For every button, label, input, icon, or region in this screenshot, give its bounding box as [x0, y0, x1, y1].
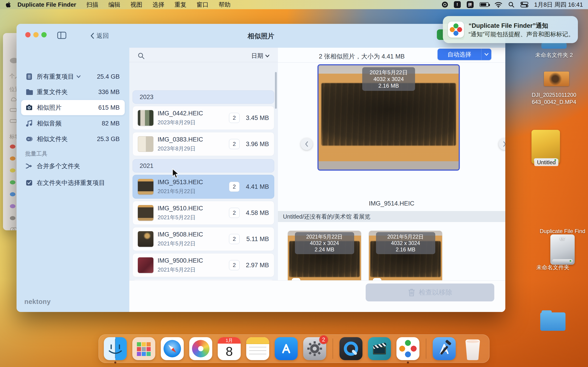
desktop-video-file-label[interactable]: DJI_20251011200643_0042_D.MP4	[531, 91, 577, 106]
group-header-2021[interactable]: 2021	[132, 159, 274, 173]
chevron-down-icon[interactable]	[76, 75, 81, 78]
file-name: IMG_0383.HEIC	[157, 136, 203, 143]
auto-select-button[interactable]: 自动选择	[438, 49, 491, 60]
screen-record-status-icon[interactable]	[442, 2, 448, 8]
desktop-video-file-icon[interactable]	[544, 72, 569, 86]
dock-system-settings[interactable]: 2	[303, 337, 326, 360]
file-size: 5.11 MB	[240, 236, 269, 243]
search-icon[interactable]	[138, 52, 145, 60]
list-item-img-0383[interactable]: IMG_0383.HEIC2023年8月29日 2 3.96 MB	[132, 132, 274, 156]
sidebar-item-all-duplicates[interactable]: 所有重复项目 25.4 GB	[21, 69, 125, 84]
duplicates-list-panel: 日期 2023 IMG_0442.HEIC2023年8月29日 2 3.45 M…	[129, 48, 278, 312]
tag-gray[interactable]	[10, 216, 15, 220]
desktop-folder-2-label[interactable]: 未命名文件夹 2	[531, 51, 577, 58]
alert-status-icon[interactable]: !	[454, 1, 461, 8]
dock-divider	[426, 339, 426, 359]
duplicate-count-badge: 2	[229, 113, 240, 123]
background-finder-window[interactable]: 个人 位置 标签	[3, 33, 17, 230]
menu-select[interactable]: 选择	[153, 1, 164, 9]
menu-window[interactable]: 窗口	[197, 1, 208, 9]
input-method-icon[interactable]: 拼	[467, 1, 474, 8]
list-scrollbar[interactable]	[275, 72, 277, 109]
file-name: IMG_0442.HEIC	[157, 110, 203, 117]
photo-size: 2.16 MB	[378, 246, 433, 253]
file-name: IMG_9508.HEIC	[157, 231, 203, 238]
dock-quicktime[interactable]	[339, 337, 363, 360]
control-center-icon[interactable]	[520, 2, 528, 8]
tag-green[interactable]	[10, 180, 15, 184]
menu-app-name[interactable]: Duplicate File Finder	[17, 1, 76, 8]
preview-file-name: IMG_9514.HEIC	[278, 200, 505, 207]
sort-dropdown[interactable]: 日期	[251, 52, 270, 60]
list-icon	[25, 73, 33, 81]
sidebar-item-similar-photos[interactable]: 相似照片 615 MB	[21, 100, 125, 115]
sidebar-tool-select-duplicates-in-folder[interactable]: 在文件夹中选择重复项目	[21, 175, 125, 190]
dock-notes[interactable]	[246, 337, 269, 360]
disk-icon	[10, 119, 17, 123]
review-and-remove-button[interactable]: 检查以移除	[366, 284, 494, 301]
apple-menu-icon[interactable]	[6, 1, 11, 8]
list-item-img-9510[interactable]: IMG_9510.HEIC2021年5月22日 2 4.58 MB	[132, 201, 274, 225]
tag-red[interactable]	[10, 144, 15, 149]
list-item-img-9513-selected[interactable]: IMG_9513.HEIC2021年5月22日 2 4.41 MB	[132, 175, 274, 199]
menu-view[interactable]: 视图	[130, 1, 142, 9]
sidebar-item-label: 在文件夹中选择重复项目	[37, 179, 105, 187]
photo-size: 2.24 MB	[297, 246, 352, 253]
menu-edit[interactable]: 编辑	[108, 1, 120, 9]
dock-photos[interactable]	[189, 337, 212, 360]
chevron-down-icon	[265, 54, 270, 58]
menu-scan[interactable]: 扫描	[86, 1, 98, 9]
detail-panel: 2 张相似照片，大小为 4.41 MB 自动选择 2021年5月22日 4032…	[278, 48, 505, 312]
dock-xcode[interactable]	[433, 337, 456, 360]
list-item-img-0442[interactable]: IMG_0442.HEIC2023年8月29日 2 3.45 MB	[132, 106, 274, 130]
menu-help[interactable]: 帮助	[219, 1, 231, 9]
wifi-icon[interactable]	[495, 2, 502, 8]
sidebar-tool-merge-folders[interactable]: 合并多个文件夹	[21, 159, 125, 173]
desktop-folder-2-icon[interactable]	[541, 43, 567, 49]
prev-group-button[interactable]	[301, 138, 313, 150]
dock-calendar[interactable]: 1月 8	[218, 337, 241, 360]
tag-blue[interactable]	[10, 192, 15, 196]
tag-orange[interactable]	[10, 156, 15, 161]
file-name: IMG_9510.HEIC	[157, 205, 203, 212]
sidebar-item-similar-audio[interactable]: 相似音频 82 MB	[21, 116, 125, 131]
dock-video-editor[interactable]	[368, 337, 391, 360]
dock-app-store[interactable]	[275, 337, 298, 360]
tag-purple[interactable]	[10, 204, 15, 208]
icloud-icon	[10, 97, 17, 102]
sidebar-item-similar-folders[interactable]: 相似文件夹 25.3 GB	[21, 132, 125, 146]
dock-duplicate-file-finder[interactable]	[397, 337, 419, 360]
finder-face-icon	[104, 337, 127, 360]
notification-banner[interactable]: “Duplicate File Finder”通知 “通知”可能包括提醒、声音和…	[443, 16, 578, 43]
auto-select-dropdown[interactable]	[481, 49, 491, 60]
spotlight-search-icon[interactable]	[508, 1, 515, 8]
photo-preview[interactable]: 2021年5月22日 4032 x 3024 2.16 MB	[317, 64, 460, 171]
menu-clock[interactable]: 1月8日 周四 16:41	[534, 1, 583, 9]
battery-icon[interactable]	[480, 2, 489, 7]
duplicate-count-badge: 2	[229, 139, 240, 149]
tag-yellow[interactable]	[10, 168, 15, 173]
notification-body: “通知”可能包括提醒、声音和图标标记。	[468, 30, 574, 38]
file-date: 2021年5月22日	[157, 240, 203, 247]
notes-header	[246, 337, 269, 344]
desktop-folder-label[interactable]: 未命名文件夹	[530, 264, 576, 271]
dock-launchpad[interactable]	[132, 337, 155, 360]
photo-date: 2021年5月22日	[378, 234, 433, 240]
file-date: 2021年5月22日	[157, 266, 203, 273]
dock-safari[interactable]	[161, 337, 184, 360]
desktop-folder-icon[interactable]	[540, 312, 565, 331]
sidebar-item-label: 相似文件夹	[37, 135, 68, 143]
group-year: 2021	[140, 162, 153, 169]
list-item-img-9508[interactable]: IMG_9508.HEIC2021年5月22日 2 5.11 MB	[132, 227, 274, 251]
sidebar-item-duplicate-folders[interactable]: 重复文件夹 336 MB	[21, 85, 125, 99]
duplicate-file-finder-app-icon	[448, 22, 464, 38]
menu-duplicates[interactable]: 重复	[174, 1, 187, 9]
dock-finder[interactable]	[104, 337, 127, 360]
list-item-img-9500[interactable]: IMG_9500.HEIC2021年5月22日 2 2.97 MB	[132, 253, 274, 277]
desktop-disk-dff-label[interactable]: Duplicate File Finder	[540, 227, 586, 242]
file-path-bar[interactable]: Untitled/还没有看的/美术馆 看展览	[278, 211, 505, 222]
dock-trash[interactable]	[461, 337, 484, 360]
group-header-2023[interactable]: 2023	[132, 90, 274, 104]
folder-icon	[25, 88, 33, 96]
next-group-button[interactable]	[499, 138, 505, 150]
